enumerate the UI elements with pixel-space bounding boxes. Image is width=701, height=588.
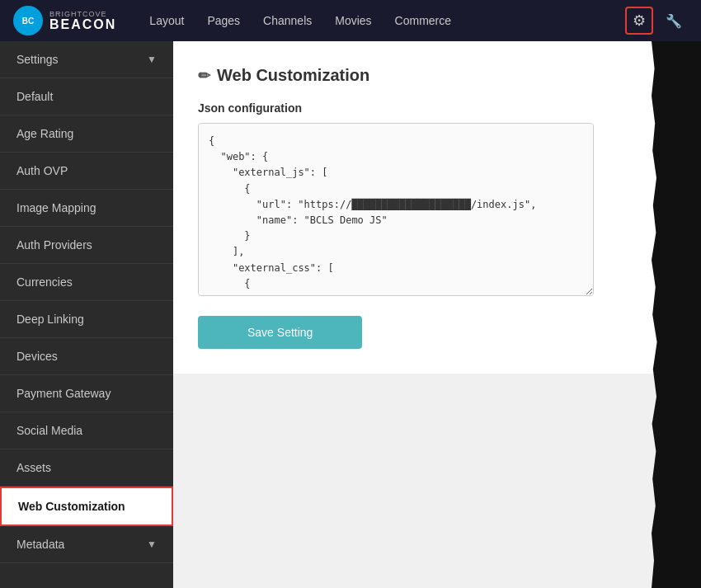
sidebar-item-age-rating[interactable]: Age Rating (0, 115, 173, 153)
nav-links: Layout Pages Channels Movies Commerce (149, 14, 625, 27)
torn-edge-decoration (652, 41, 701, 588)
sidebar-label-auth-providers: Auth Providers (16, 238, 92, 252)
logo-beacon: BEACON (49, 18, 116, 31)
sidebar-label-web-customization: Web Customization (18, 500, 125, 513)
page-title-area: ✏ Web Customization (198, 66, 676, 85)
sidebar-item-devices[interactable]: Devices (0, 338, 173, 375)
pencil-icon: ✏ (198, 67, 210, 85)
sidebar-label-currencies: Currencies (16, 275, 73, 289)
sidebar-label-auth-ovp: Auth OVP (16, 164, 68, 177)
nav-layout[interactable]: Layout (149, 14, 184, 27)
sidebar-item-deep-linking[interactable]: Deep Linking (0, 301, 173, 338)
sidebar-item-social-media[interactable]: Social Media (0, 412, 173, 449)
section-label: Json configuration (198, 101, 676, 115)
sidebar-item-image-mapping[interactable]: Image Mapping (0, 190, 173, 227)
sidebar-item-payment-gateway[interactable]: Payment Gateway (0, 375, 173, 412)
sidebar-label-assets: Assets (16, 461, 51, 474)
sidebar-label-settings: Settings (16, 53, 59, 66)
logo: BC brightcove BEACON (13, 6, 116, 35)
sidebar-arrow-metadata: ▼ (147, 539, 157, 550)
sidebar-item-auth-providers[interactable]: Auth Providers (0, 227, 173, 264)
page-title: Web Customization (217, 66, 369, 85)
gear-icon: ⚙ (633, 12, 646, 30)
svg-text:BC: BC (22, 16, 34, 26)
sidebar-label-payment-gateway: Payment Gateway (16, 387, 111, 400)
wrench-icon: 🔧 (666, 13, 682, 29)
sidebar-label-image-mapping: Image Mapping (16, 201, 96, 214)
nav-pages[interactable]: Pages (207, 14, 240, 27)
sidebar-item-settings[interactable]: Settings ▼ (0, 41, 173, 78)
json-config-textarea[interactable]: { "web": { "external_js": [ { "url": "ht… (198, 123, 594, 296)
sidebar-item-assets[interactable]: Assets (0, 449, 173, 487)
nav-channels[interactable]: Channels (263, 14, 312, 27)
app-body: Settings ▼ Default Age Rating Auth OVP I… (0, 41, 701, 588)
sidebar: Settings ▼ Default Age Rating Auth OVP I… (0, 41, 173, 588)
top-navigation: BC brightcove BEACON Layout Pages Channe… (0, 0, 701, 41)
wrench-icon-button[interactable]: 🔧 (660, 7, 688, 35)
settings-icon-button[interactable]: ⚙ (625, 7, 653, 35)
sidebar-label-social-media: Social Media (16, 424, 82, 437)
sidebar-item-web-customization[interactable]: Web Customization (0, 487, 173, 526)
sidebar-item-currencies[interactable]: Currencies (0, 264, 173, 301)
sidebar-item-metadata[interactable]: Metadata ▼ (0, 526, 173, 563)
nav-commerce[interactable]: Commerce (395, 14, 451, 27)
sidebar-label-default: Default (16, 90, 53, 103)
sidebar-label-age-rating: Age Rating (16, 127, 73, 140)
logo-circle: BC (13, 6, 43, 35)
sidebar-label-devices: Devices (16, 350, 58, 363)
save-setting-button[interactable]: Save Setting (198, 316, 362, 349)
sidebar-arrow-settings: ▼ (147, 54, 157, 65)
main-wrapper: ✏ Web Customization Json configuration {… (173, 41, 701, 588)
sidebar-label-deep-linking: Deep Linking (16, 313, 84, 326)
logo-text: brightcove BEACON (49, 11, 116, 31)
sidebar-label-metadata: Metadata (16, 538, 64, 551)
nav-icons: ⚙ 🔧 (625, 7, 688, 35)
sidebar-item-default[interactable]: Default (0, 78, 173, 115)
sidebar-item-auth-ovp[interactable]: Auth OVP (0, 153, 173, 190)
main-content: ✏ Web Customization Json configuration {… (173, 41, 701, 374)
nav-movies[interactable]: Movies (335, 14, 371, 27)
